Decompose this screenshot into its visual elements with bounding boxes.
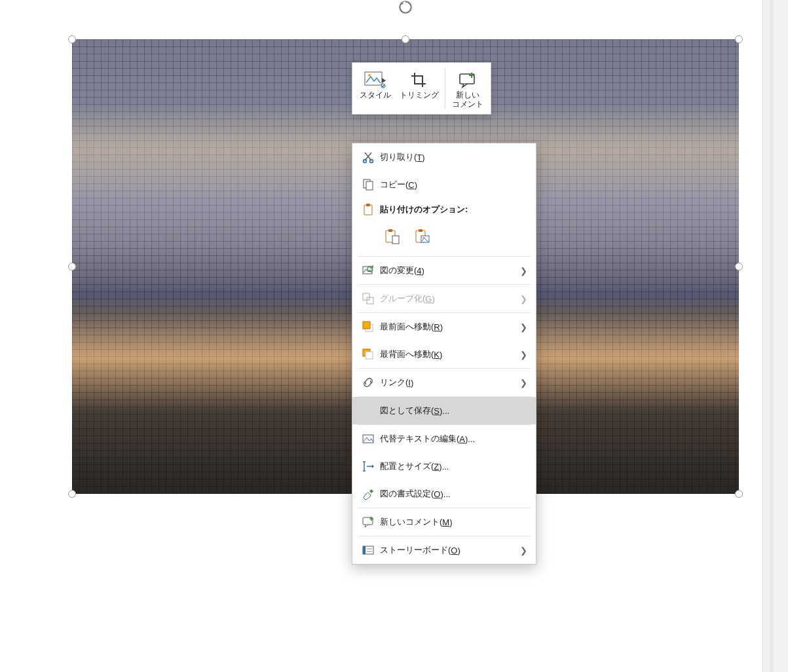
menu-save-as-picture-label: 図として保存(S)... (380, 405, 529, 417)
paste-option-picture[interactable] (410, 225, 434, 248)
scrollbar-gutter[interactable] (762, 0, 788, 672)
new-comment-icon (459, 69, 477, 90)
svg-rect-28 (363, 546, 366, 554)
group-icon (356, 292, 380, 305)
menu-paste-header-label: 貼り付けのオプション: (380, 204, 529, 215)
menu-size-position-label: 配置とサイズ(Z)... (380, 460, 529, 472)
toolbar-separator (445, 68, 445, 109)
menu-paste-header: 貼り付けのオプション: (352, 198, 536, 221)
storyboard-icon (356, 544, 380, 557)
menu-storyboard[interactable]: ストーリーボード(O) ❯ (352, 536, 536, 564)
menu-group-label: グループ化(G) (380, 293, 517, 305)
menu-link-label: リンク(I) (380, 377, 517, 388)
crop-button[interactable]: トリミング (396, 67, 443, 110)
menu-change-picture-label: 図の変更(4) (380, 265, 517, 276)
menu-cut-label: 切り取り(T) (380, 151, 529, 163)
crop-icon (410, 69, 428, 90)
menu-new-comment-label: 新しいコメント(M) (380, 516, 529, 528)
resize-handle-tr[interactable] (735, 35, 743, 43)
style-label: スタイル (360, 90, 391, 100)
svg-rect-8 (366, 181, 373, 190)
alt-text-icon (356, 432, 380, 445)
menu-size-position[interactable]: 配置とサイズ(Z)... (352, 453, 536, 480)
menu-group: グループ化(G) ❯ (352, 285, 536, 312)
rotate-handle[interactable] (398, 0, 413, 14)
context-menu: 切り取り(T) コピー(C) 貼り付けのオプション: (352, 143, 536, 565)
document-area: スタイル トリミング 新しい コメント 切り取 (0, 0, 763, 672)
menu-format-picture[interactable]: 図の書式設定(O)... (352, 480, 536, 508)
link-icon (356, 376, 380, 389)
menu-new-comment[interactable]: 新しいコメント(M) (352, 508, 536, 536)
submenu-arrow-icon: ❯ (517, 350, 529, 360)
new-comment-button[interactable]: 新しい コメント (447, 67, 488, 110)
menu-edit-alt-text[interactable]: 代替テキストの編集(A)... (352, 425, 536, 453)
change-picture-icon (356, 264, 380, 277)
menu-send-back-label: 最背面へ移動(K) (380, 348, 517, 360)
svg-rect-12 (388, 229, 392, 232)
menu-send-to-back[interactable]: 最背面へ移動(K) ❯ (352, 341, 536, 368)
style-button[interactable]: スタイル (355, 67, 396, 110)
svg-rect-10 (366, 204, 370, 206)
svg-rect-9 (364, 205, 372, 215)
submenu-arrow-icon: ❯ (517, 294, 529, 304)
svg-rect-20 (367, 297, 373, 304)
submenu-arrow-icon: ❯ (517, 546, 529, 555)
svg-point-5 (364, 160, 367, 163)
resize-handle-tm[interactable] (402, 35, 409, 43)
svg-point-17 (422, 237, 424, 239)
svg-rect-19 (363, 293, 369, 300)
resize-handle-tl[interactable] (68, 35, 76, 43)
menu-bring-to-front[interactable]: 最前面へ移動(R) ❯ (352, 313, 536, 341)
svg-rect-13 (392, 236, 399, 244)
comment-icon (356, 515, 380, 529)
svg-rect-24 (366, 352, 373, 359)
menu-change-picture[interactable]: 図の変更(4) ❯ (352, 257, 536, 284)
cut-icon (356, 151, 380, 164)
resize-handle-mr[interactable] (735, 263, 743, 271)
resize-handle-bl[interactable] (68, 490, 76, 498)
menu-bring-front-label: 最前面へ移動(R) (380, 321, 517, 333)
svg-rect-15 (419, 229, 422, 232)
picture-style-icon (364, 69, 386, 90)
menu-alt-text-label: 代替テキストの編集(A)... (380, 433, 529, 445)
format-picture-icon (356, 487, 380, 500)
crop-label: トリミング (400, 90, 439, 100)
new-comment-label: 新しい コメント (452, 90, 483, 109)
paste-option-keep-source[interactable] (380, 225, 403, 248)
menu-copy[interactable]: コピー(C) (352, 171, 536, 198)
send-back-icon (356, 348, 380, 361)
resize-handle-ml[interactable] (68, 263, 76, 271)
bring-front-icon (356, 320, 380, 333)
svg-point-6 (370, 160, 373, 163)
menu-format-picture-label: 図の書式設定(O)... (380, 488, 529, 500)
svg-point-2 (368, 74, 371, 77)
menu-link[interactable]: リンク(I) ❯ (352, 369, 536, 396)
menu-storyboard-label: ストーリーボード(O) (380, 544, 517, 556)
svg-rect-1 (365, 72, 382, 85)
menu-copy-label: コピー(C) (380, 179, 529, 191)
menu-save-as-picture[interactable]: 図として保存(S)... (352, 397, 536, 424)
menu-cut[interactable]: 切り取り(T) (352, 143, 536, 171)
copy-icon (356, 178, 380, 191)
submenu-arrow-icon: ❯ (517, 266, 529, 276)
submenu-arrow-icon: ❯ (517, 378, 529, 388)
paste-icon (356, 203, 380, 216)
submenu-arrow-icon: ❯ (517, 322, 529, 332)
svg-rect-22 (363, 322, 370, 329)
resize-handle-br[interactable] (735, 490, 743, 498)
size-position-icon (356, 460, 380, 473)
mini-toolbar: スタイル トリミング 新しい コメント (352, 62, 491, 115)
